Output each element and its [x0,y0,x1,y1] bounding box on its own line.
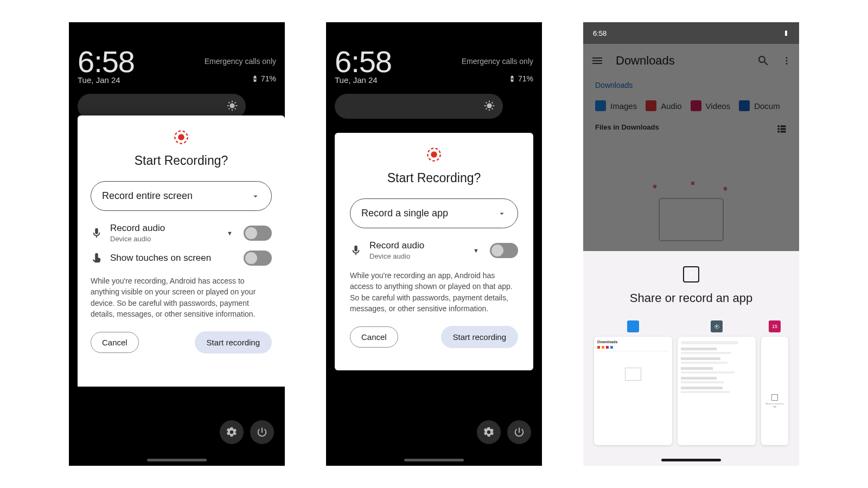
list-view-icon[interactable] [776,123,787,134]
start-recording-button[interactable]: Start recording [195,331,272,354]
chevron-down-icon [251,191,260,201]
caret-down-icon: ▼ [227,230,233,236]
sheet-title: Share or record an app [583,291,799,305]
clock-time: 6:58 [78,44,135,79]
audio-toggle[interactable] [244,226,272,241]
nav-handle[interactable] [404,459,464,461]
svg-point-1 [178,134,184,140]
audio-title: Record audio [369,240,465,251]
dialog-title: Start Recording? [91,153,272,168]
network-status: Emergency calls only [205,57,276,66]
battery-indicator: 71% [508,74,533,83]
app-title: Downloads [616,54,745,68]
share-record-sheet: ↑ Share or record an app Downloads [583,251,799,466]
files-label: Files in Downloads [595,123,659,134]
battery-percent: 71% [261,74,276,83]
mic-icon [350,245,362,256]
clock-date: Tue, Jan 24 [335,75,378,85]
nav-handle[interactable] [661,459,721,461]
brightness-icon [483,100,495,112]
svg-point-7 [786,60,788,62]
settings-app-icon [711,320,723,332]
disclaimer-text: While you're recording an app, Android h… [350,270,518,314]
audio-toggle[interactable] [490,243,518,258]
touches-toggle[interactable] [244,251,272,266]
files-section-header: Files in Downloads [583,119,799,138]
gear-icon [483,426,495,438]
more-icon[interactable] [782,54,792,67]
svg-point-8 [786,63,788,65]
power-icon [256,426,268,438]
phone-screenshot-2: 6:58 Tue, Jan 24 Emergency calls only 71… [326,22,542,466]
record-scope-dropdown[interactable]: Record a single app [350,198,518,228]
battery-indicator: 71% [251,74,276,83]
brightness-slider[interactable] [335,94,503,119]
record-icon [174,130,189,145]
svg-point-4 [431,151,437,158]
start-recording-button[interactable]: Start recording [441,326,518,348]
cast-up-icon: ↑ [683,266,699,282]
app-bar: Downloads [583,44,799,78]
app-preview: Share or record an app [761,337,788,445]
chip-audio[interactable]: Audio [646,100,681,111]
phone-screenshot-1: 6:58 Tue, Jan 24 Emergency calls only 71… [69,22,285,466]
breadcrumb[interactable]: Downloads [583,78,799,93]
svg-point-6 [786,57,788,59]
search-icon[interactable] [757,54,770,67]
svg-point-3 [487,103,492,108]
record-dialog: Start Recording? Record a single app Rec… [335,133,533,370]
filter-chips: Images Audio Videos Docum [583,93,799,119]
record-icon [426,147,442,162]
app-option-files[interactable]: Downloads [594,320,672,445]
calendar-app-icon: 15 [769,320,781,332]
audio-subtitle: Device audio [369,252,465,260]
status-time: 6:58 [593,29,607,37]
svg-point-9 [716,326,718,328]
cancel-button[interactable]: Cancel [91,332,139,353]
files-app-icon [627,320,639,332]
network-status: Emergency calls only [462,57,533,66]
touches-label: Show touches on screen [110,253,236,264]
app-preview: Downloads [594,337,672,445]
mic-icon [91,227,103,239]
svg-point-0 [229,103,234,108]
chevron-down-icon [497,209,507,219]
chip-videos[interactable]: Videos [691,100,731,111]
power-icon [513,426,525,438]
status-bar: 6:58 [583,22,799,44]
dropdown-value: Record entire screen [102,190,193,202]
battery-percent: 71% [518,74,533,83]
show-touches-row[interactable]: Show touches on screen [91,251,272,266]
dropdown-value: Record a single app [361,208,448,219]
record-scope-dropdown[interactable]: Record entire screen [91,181,272,211]
cancel-button[interactable]: Cancel [350,326,398,348]
caret-down-icon: ▼ [473,247,479,254]
app-option-calendar[interactable]: 15 Share or record an app [761,320,788,445]
power-button[interactable] [507,420,531,444]
settings-button[interactable] [220,420,244,444]
record-dialog: Start Recording? Record entire screen Re… [78,115,285,387]
app-picker-row: Downloads [583,320,799,445]
power-button[interactable] [250,420,274,444]
app-preview [678,337,756,445]
dialog-title: Start Recording? [350,171,518,185]
record-audio-row[interactable]: Record audio Device audio ▼ [350,240,518,260]
battery-charging-icon [251,75,259,82]
gear-icon [226,426,238,438]
app-option-settings[interactable] [678,320,756,445]
battery-charging-icon [508,75,516,82]
empty-illustration [642,185,740,250]
hamburger-icon[interactable] [591,54,604,67]
settings-button[interactable] [477,420,501,444]
battery-icon [783,29,789,37]
audio-subtitle: Device audio [110,235,219,243]
chip-documents[interactable]: Docum [739,100,780,111]
nav-handle[interactable] [147,459,207,461]
disclaimer-text: While you're recording, Android has acce… [91,275,272,319]
phone-screenshot-3: 6:58 Downloads Downloads Images Audio Vi… [583,22,799,466]
audio-title: Record audio [110,223,219,234]
chip-images[interactable]: Images [595,100,637,111]
brightness-icon [226,100,238,112]
touch-icon [91,252,103,264]
record-audio-row[interactable]: Record audio Device audio ▼ [91,223,272,243]
